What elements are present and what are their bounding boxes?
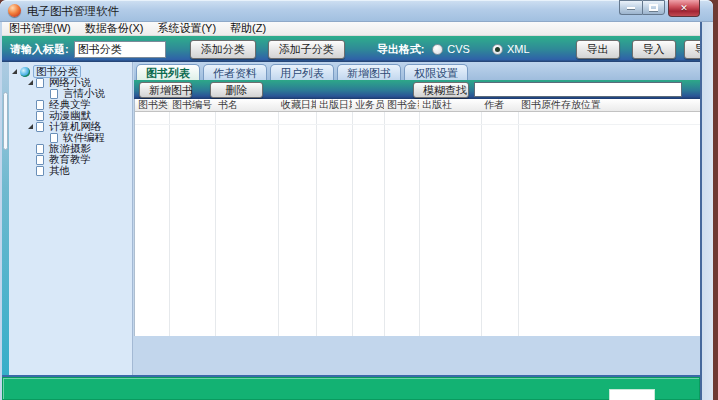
menubar: 图书管理(W) 数据备份(X) 系统设置(Y) 帮助(Z) xyxy=(2,22,711,36)
page-icon xyxy=(36,155,44,165)
window-right-frame xyxy=(700,22,713,400)
search-input[interactable] xyxy=(474,82,682,97)
close-button[interactable]: ✕ xyxy=(668,0,700,17)
client-area: 图书分类 网络小说 言情小说 经典文学 xyxy=(2,62,700,377)
page-icon xyxy=(36,144,44,154)
radio-xml-icon[interactable] xyxy=(492,44,503,55)
expander-icon[interactable] xyxy=(28,80,33,85)
add-subcategory-button[interactable]: 添加子分类 xyxy=(268,40,345,59)
status-panel xyxy=(2,377,700,400)
delete-button[interactable]: 删除 xyxy=(210,82,263,98)
add-category-button[interactable]: 添加分类 xyxy=(190,40,256,59)
col-publisher[interactable]: 出版社 xyxy=(419,99,481,111)
titlebar[interactable]: 电子图书管理软件 ✕ xyxy=(0,0,713,22)
tab-add-book[interactable]: 新增图书 xyxy=(337,64,401,80)
table-header: 图书类目 图书编号 书名 收藏日期 出版日期 业务员 图书金额 出版社 作者 图… xyxy=(135,99,701,112)
menu-data-backup[interactable]: 数据备份(X) xyxy=(78,21,151,36)
expander-icon[interactable] xyxy=(12,69,17,74)
close-icon: ✕ xyxy=(680,3,688,13)
main-panel: 图书列表 作者资料 用户列表 新增图书 权限设置 新增图书 删除 模糊查找 图书… xyxy=(134,62,700,377)
menu-system-settings[interactable]: 系统设置(Y) xyxy=(150,21,223,36)
menu-book-management[interactable]: 图书管理(W) xyxy=(2,21,78,36)
page-icon xyxy=(36,122,44,132)
tree-item[interactable]: 其他 xyxy=(10,165,132,176)
radio-cvs-label: CVS xyxy=(447,43,470,55)
maximize-button[interactable] xyxy=(642,0,665,15)
page-icon xyxy=(36,111,44,121)
toolbar: 请输入标题: 添加分类 添加子分类 导出格式: CVS XML 导出 导入 导入… xyxy=(2,36,711,62)
col-salesman[interactable]: 业务员 xyxy=(352,99,384,111)
tree-scrollbar[interactable] xyxy=(2,62,9,377)
tree-scrollbar-thumb[interactable] xyxy=(3,92,8,150)
col-book-id[interactable]: 图书编号 xyxy=(169,99,215,111)
col-amount[interactable]: 图书金额 xyxy=(384,99,419,111)
export-button[interactable]: 导出 xyxy=(576,40,620,59)
page-icon xyxy=(36,78,44,88)
col-file-location[interactable]: 图书原件存放位置 xyxy=(518,99,701,111)
minimize-button[interactable] xyxy=(619,0,642,15)
minimize-icon xyxy=(627,7,635,9)
tab-user-list[interactable]: 用户列表 xyxy=(270,64,334,80)
col-publish-date[interactable]: 出版日期 xyxy=(316,99,352,111)
status-box xyxy=(609,389,655,400)
app-window: 电子图书管理软件 ✕ 图书管理(W) 数据备份(X) 系统设置(Y) 帮助(Z)… xyxy=(0,0,713,400)
format-option-cvs[interactable]: CVS xyxy=(432,43,470,55)
add-book-button[interactable]: 新增图书 xyxy=(139,82,192,98)
col-collect-date[interactable]: 收藏日期 xyxy=(278,99,316,111)
window-controls: ✕ xyxy=(619,0,700,17)
tabstrip: 图书列表 作者资料 用户列表 新增图书 权限设置 xyxy=(134,62,700,80)
export-format-label: 导出格式: xyxy=(377,42,425,57)
window-title: 电子图书管理软件 xyxy=(27,4,119,19)
col-category[interactable]: 图书类目 xyxy=(135,99,169,111)
fuzzy-search-button[interactable]: 模糊查找 xyxy=(413,82,469,98)
radio-cvs-icon[interactable] xyxy=(432,44,443,55)
title-input-label: 请输入标题: xyxy=(10,42,69,57)
format-option-xml[interactable]: XML xyxy=(492,43,530,55)
page-icon xyxy=(36,166,44,176)
tab-permissions[interactable]: 权限设置 xyxy=(404,64,468,80)
col-author[interactable]: 作者 xyxy=(481,99,518,111)
tree-item[interactable]: 教育教学 xyxy=(10,154,132,165)
tab-book-list[interactable]: 图书列表 xyxy=(136,64,200,80)
category-tree-panel: 图书分类 网络小说 言情小说 经典文学 xyxy=(2,62,133,377)
app-icon xyxy=(8,4,21,17)
page-icon xyxy=(50,133,58,143)
menu-help[interactable]: 帮助(Z) xyxy=(223,21,273,36)
page-icon xyxy=(36,100,44,110)
col-book-name[interactable]: 书名 xyxy=(215,99,278,111)
actionbar: 新增图书 删除 模糊查找 xyxy=(134,80,700,99)
book-table: 图书类目 图书编号 书名 收藏日期 出版日期 业务员 图书金额 出版社 作者 图… xyxy=(134,99,700,373)
tab-author-info[interactable]: 作者资料 xyxy=(203,64,267,80)
category-title-input[interactable] xyxy=(74,41,166,58)
expander-icon[interactable] xyxy=(28,124,33,129)
globe-icon xyxy=(20,67,30,77)
radio-xml-label: XML xyxy=(507,43,530,55)
category-tree: 图书分类 网络小说 言情小说 经典文学 xyxy=(10,66,132,176)
maximize-icon xyxy=(649,4,658,11)
import-button[interactable]: 导入 xyxy=(632,40,676,59)
table-body xyxy=(135,112,701,347)
page-icon xyxy=(50,89,58,99)
